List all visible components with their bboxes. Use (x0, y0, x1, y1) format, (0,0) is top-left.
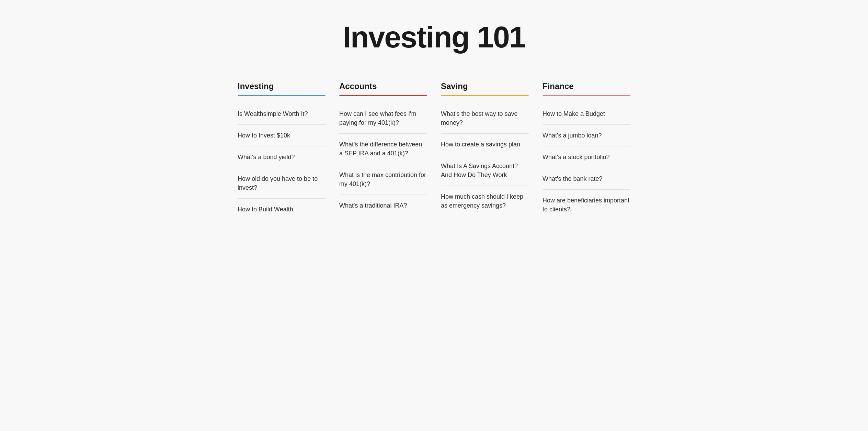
column-item-investing-4[interactable]: How to Build Wealth (238, 199, 326, 220)
column-item-investing-1[interactable]: How to Invest $10k (238, 125, 326, 146)
column-header-investing: Investing (238, 81, 326, 91)
column-finance: FinanceHow to Make a BudgetWhat's a jumb… (542, 81, 630, 220)
column-item-saving-3[interactable]: How much cash should I keep as emergency… (441, 186, 529, 216)
column-investing: InvestingIs Wealthsimple Worth It?How to… (238, 81, 326, 220)
column-item-accounts-2[interactable]: What is the max contribution for my 401(… (339, 164, 427, 195)
column-item-accounts-1[interactable]: What's the difference between a SEP IRA … (339, 134, 427, 164)
columns-section: InvestingIs Wealthsimple Worth It?How to… (238, 81, 630, 241)
page-title: Investing 101 (238, 21, 630, 54)
column-divider-investing (238, 95, 326, 96)
column-item-saving-2[interactable]: What Is A Savings Account? And How Do Th… (441, 155, 529, 186)
column-item-saving-0[interactable]: What's the best way to save money? (441, 103, 529, 134)
column-accounts: AccountsHow can I see what fees I'm payi… (339, 81, 427, 220)
column-divider-saving (441, 95, 529, 96)
page-title-section: Investing 101 (238, 0, 630, 81)
column-item-investing-0[interactable]: Is Wealthsimple Worth It? (238, 103, 326, 125)
column-item-investing-3[interactable]: How old do you have to be to invest? (238, 168, 326, 199)
column-item-saving-1[interactable]: How to create a savings plan (441, 134, 529, 155)
column-item-accounts-3[interactable]: What's a traditional IRA? (339, 195, 427, 216)
column-item-accounts-0[interactable]: How can I see what fees I'm paying for m… (339, 103, 427, 134)
column-item-finance-1[interactable]: What's a jumbo loan? (542, 125, 630, 146)
column-item-finance-0[interactable]: How to Make a Budget (542, 103, 630, 125)
column-header-saving: Saving (441, 81, 529, 91)
column-saving: SavingWhat's the best way to save money?… (441, 81, 529, 220)
page-container: Investing 101 InvestingIs Wealthsimple W… (217, 0, 651, 241)
column-item-finance-4[interactable]: How are beneficiaries important to clien… (542, 190, 630, 220)
column-header-finance: Finance (542, 81, 630, 91)
column-item-investing-2[interactable]: What's a bond yield? (238, 146, 326, 168)
column-divider-accounts (339, 95, 427, 96)
column-item-finance-3[interactable]: What's the bank rate? (542, 168, 630, 190)
column-header-accounts: Accounts (339, 81, 427, 91)
column-divider-finance (542, 95, 630, 96)
column-item-finance-2[interactable]: What's a stock portfolio? (542, 146, 630, 168)
